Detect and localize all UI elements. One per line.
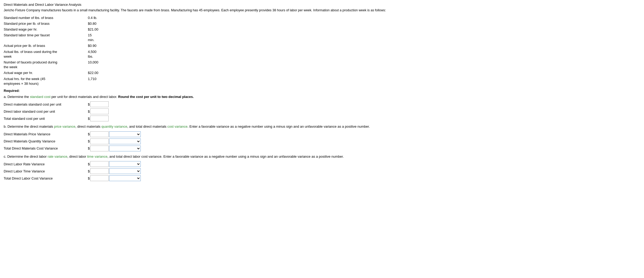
data-row-4: Standard labor time per faucet 15 min. xyxy=(4,33,640,42)
section-a-row-3: Total standard cost per unit $ xyxy=(4,116,640,121)
total-direct-materials-cost-variance-input[interactable] xyxy=(90,146,109,151)
total-direct-labor-cost-variance-input[interactable] xyxy=(90,175,109,181)
direct-labor-time-variance-input[interactable] xyxy=(90,168,109,174)
data-value-5: $0.90 xyxy=(88,43,109,48)
data-value-6: 4,500 lbs. xyxy=(88,49,109,59)
total-direct-materials-cost-variance-select[interactable]: Favorable Unfavorable xyxy=(109,146,141,151)
section-b-prefix: b. Determine the direct materials xyxy=(4,125,54,128)
dollar-sign-b3: $ xyxy=(88,146,90,150)
section-c-green2: time variance xyxy=(87,155,107,158)
direct-labor-rate-variance-label: Direct Labor Rate Variance xyxy=(4,162,88,166)
data-label-1: Standard number of lbs. of brass xyxy=(4,16,88,20)
section-c-label: c. Determine the direct labor rate varia… xyxy=(4,154,640,159)
direct-materials-standard-cost-label: Direct materials standard cost per unit xyxy=(4,102,88,106)
direct-labor-standard-cost-label: Direct labor standard cost per unit xyxy=(4,110,88,113)
total-direct-materials-cost-variance-label: Total Direct Materials Cost Variance xyxy=(4,146,88,150)
data-label-5: Actual price per lb. of brass xyxy=(4,43,88,48)
section-b-green3: cost variance xyxy=(167,125,188,128)
data-row-1: Standard number of lbs. of brass 0.4 lb. xyxy=(4,16,640,20)
direct-materials-quantity-variance-select[interactable]: Favorable Unfavorable xyxy=(109,138,141,144)
section-a-row-2: Direct labor standard cost per unit $ xyxy=(4,108,640,114)
dollar-sign-c3: $ xyxy=(88,176,90,180)
direct-labor-rate-variance-input[interactable] xyxy=(90,161,109,167)
required-label: Required: xyxy=(4,89,640,93)
section-c-mid1: , direct labor xyxy=(67,155,87,158)
direct-materials-price-variance-input[interactable] xyxy=(90,131,109,137)
total-standard-cost-input[interactable] xyxy=(90,116,109,121)
section-a-bold: Round the cost per unit to two decimal p… xyxy=(118,95,194,99)
intro-text: Jericho Fixture Company manufactures fau… xyxy=(4,8,640,13)
section-b-mid1: , direct materials xyxy=(75,125,101,128)
section-a-row-1: Direct materials standard cost per unit … xyxy=(4,101,640,107)
data-value-4: 15 min. xyxy=(88,33,109,42)
page-title: Direct Materials and Direct Labor Varian… xyxy=(4,3,640,7)
section-b-green2: quantity variance xyxy=(101,125,127,128)
section-b-row-2: Direct Materials Quantity Variance $ Fav… xyxy=(4,138,640,144)
data-row-6: Actual lbs. of brass used during theweek… xyxy=(4,49,640,59)
data-row-2: Standard price per lb. of brass $0.80 xyxy=(4,21,640,26)
data-label-8: Actual wage per hr. xyxy=(4,71,88,75)
data-label-3: Standard wage per hr. xyxy=(4,27,88,32)
section-a-suffix: per unit for direct materials and direct… xyxy=(51,95,118,99)
dollar-sign-1: $ xyxy=(88,102,90,106)
data-row-3: Standard wage per hr. $21.00 xyxy=(4,27,640,32)
section-c-green1: rate variance xyxy=(48,155,67,158)
total-direct-labor-cost-variance-label: Total Direct Labor Cost Variance xyxy=(4,176,88,180)
total-standard-cost-label: Total standard cost per unit xyxy=(4,117,88,121)
section-b-mid2: , and total direct materials xyxy=(127,125,167,128)
section-c-row-3: Total Direct Labor Cost Variance $ Favor… xyxy=(4,175,640,181)
direct-labor-rate-variance-select[interactable]: Favorable Unfavorable xyxy=(109,161,141,167)
data-value-2: $0.80 xyxy=(88,21,109,26)
dollar-sign-b2: $ xyxy=(88,139,90,143)
dollar-sign-c1: $ xyxy=(88,162,90,166)
section-b-row-3: Total Direct Materials Cost Variance $ F… xyxy=(4,146,640,151)
section-c-row-2: Direct Labor Time Variance $ Favorable U… xyxy=(4,168,640,174)
data-value-9: 1,710 xyxy=(88,77,109,81)
data-value-8: $22.00 xyxy=(88,71,109,75)
section-c-mid2: , and total direct labor cost variance. … xyxy=(108,155,344,158)
data-value-3: $21.00 xyxy=(88,27,109,32)
section-a-label: a. Determine the standard cost per unit … xyxy=(4,94,640,100)
data-row-7: Number of faucets produced duringthe wee… xyxy=(4,60,640,70)
total-direct-labor-cost-variance-select[interactable]: Favorable Unfavorable xyxy=(109,175,141,181)
direct-labor-time-variance-select[interactable]: Favorable Unfavorable xyxy=(109,168,141,174)
data-label-2: Standard price per lb. of brass xyxy=(4,21,88,26)
direct-materials-price-variance-label: Direct Materials Price Variance xyxy=(4,132,88,136)
direct-labor-standard-cost-input[interactable] xyxy=(90,108,109,114)
data-label-9: Actual hrs. for the week (45employees × … xyxy=(4,77,88,86)
section-c-prefix: c. Determine the direct labor xyxy=(4,155,48,158)
direct-materials-price-variance-select[interactable]: Favorable Unfavorable xyxy=(109,131,141,137)
data-value-1: 0.4 lb. xyxy=(88,16,109,20)
data-row-9: Actual hrs. for the week (45employees × … xyxy=(4,77,640,86)
section-b-label: b. Determine the direct materials price … xyxy=(4,124,640,129)
section-a-green: standard cost xyxy=(30,95,51,99)
direct-labor-time-variance-label: Direct Labor Time Variance xyxy=(4,169,88,173)
section-b-row-1: Direct Materials Price Variance $ Favora… xyxy=(4,131,640,137)
given-data-table: Standard number of lbs. of brass 0.4 lb.… xyxy=(4,16,640,86)
direct-materials-quantity-variance-input[interactable] xyxy=(90,138,109,144)
dollar-sign-2: $ xyxy=(88,110,90,113)
dollar-sign-b1: $ xyxy=(88,132,90,136)
data-value-7: 10,000 xyxy=(88,60,109,65)
data-label-7: Number of faucets produced duringthe wee… xyxy=(4,60,88,70)
direct-materials-quantity-variance-label: Direct Materials Quantity Variance xyxy=(4,139,88,143)
data-row-5: Actual price per lb. of brass $0.90 xyxy=(4,43,640,48)
dollar-sign-c2: $ xyxy=(88,169,90,173)
dollar-sign-3: $ xyxy=(88,117,90,121)
section-b-green1: price variance xyxy=(54,125,75,128)
section-c-row-1: Direct Labor Rate Variance $ Favorable U… xyxy=(4,161,640,167)
direct-materials-standard-cost-input[interactable] xyxy=(90,101,109,107)
section-a-prefix: a. Determine the xyxy=(4,95,30,99)
data-row-8: Actual wage per hr. $22.00 xyxy=(4,71,640,75)
section-b-suffix: . Enter a favorable variance as a negati… xyxy=(188,125,370,128)
data-label-4: Standard labor time per faucet xyxy=(4,33,88,38)
data-label-6: Actual lbs. of brass used during theweek xyxy=(4,49,88,59)
